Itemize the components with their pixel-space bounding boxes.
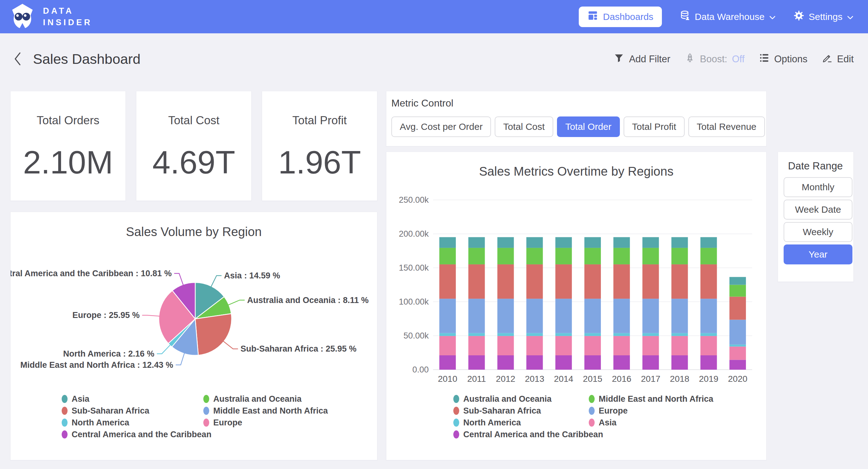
bar-segment[interactable] (701, 237, 717, 248)
bar-segment[interactable] (730, 277, 746, 285)
bar-segment[interactable] (439, 248, 456, 264)
bar-segment[interactable] (439, 336, 456, 355)
bar-segment[interactable] (497, 336, 514, 355)
edit-button[interactable]: Edit (822, 53, 854, 66)
legend-item[interactable]: Sub-Saharan Africa (453, 405, 589, 417)
bar-segment[interactable] (672, 333, 688, 336)
metric-button-total-cost[interactable]: Total Cost (495, 116, 553, 137)
bar-segment[interactable] (526, 264, 543, 299)
bar-segment[interactable] (672, 336, 688, 355)
bar-segment[interactable] (439, 355, 456, 370)
boost-toggle[interactable]: Boost: Off (685, 53, 745, 66)
bar-segment[interactable] (701, 355, 717, 370)
bar-segment[interactable] (555, 355, 572, 370)
bar-segment[interactable] (613, 336, 630, 355)
bar-segment[interactable] (468, 336, 485, 355)
bar-segment[interactable] (730, 347, 746, 360)
legend-item[interactable]: Australia and Oceania (453, 393, 589, 405)
bar-segment[interactable] (584, 333, 601, 336)
bar-segment[interactable] (613, 248, 630, 264)
bar-segment[interactable] (730, 360, 746, 370)
metric-button-total-revenue[interactable]: Total Revenue (688, 116, 765, 137)
bar-segment[interactable] (672, 299, 688, 333)
bar-segment[interactable] (526, 237, 543, 248)
bar-segment[interactable] (497, 299, 514, 333)
bar-segment[interactable] (613, 355, 630, 370)
bar-segment[interactable] (497, 333, 514, 336)
bar-segment[interactable] (642, 299, 659, 333)
back-button[interactable] (12, 51, 23, 67)
bar-segment[interactable] (672, 237, 688, 248)
bar-segment[interactable] (555, 299, 572, 333)
bar-segment[interactable] (701, 299, 717, 333)
bar-segment[interactable] (701, 333, 717, 336)
pie-slice[interactable] (195, 314, 231, 355)
legend-item[interactable]: Asia (589, 417, 713, 429)
legend-item[interactable]: North America (453, 417, 589, 429)
metric-button-avg-cost-per-order[interactable]: Avg. Cost per Order (391, 116, 491, 137)
bar-segment[interactable] (439, 333, 456, 336)
bar-segment[interactable] (439, 264, 456, 299)
legend-item[interactable]: Europe (589, 405, 713, 417)
legend-item[interactable]: Central America and the Caribbean (62, 429, 203, 440)
bar-segment[interactable] (497, 237, 514, 248)
bar-segment[interactable] (672, 264, 688, 299)
bar-segment[interactable] (555, 264, 572, 299)
bar-segment[interactable] (526, 299, 543, 333)
bar-segment[interactable] (730, 285, 746, 297)
add-filter-button[interactable]: Add Filter (614, 53, 670, 66)
bar-segment[interactable] (526, 248, 543, 264)
bar-segment[interactable] (642, 333, 659, 336)
bar-segment[interactable] (584, 336, 601, 355)
bar-segment[interactable] (497, 248, 514, 264)
bar-segment[interactable] (672, 355, 688, 370)
range-button-weekly[interactable]: Weekly (784, 222, 852, 242)
bar-segment[interactable] (468, 237, 485, 248)
brand-logo[interactable]: DATA INSIDER (0, 2, 92, 31)
bar-segment[interactable] (730, 345, 746, 347)
bar-segment[interactable] (468, 333, 485, 336)
bar-segment[interactable] (730, 297, 746, 320)
bar-segment[interactable] (468, 248, 485, 264)
bar-segment[interactable] (613, 237, 630, 248)
bar-segment[interactable] (526, 336, 543, 355)
bar-segment[interactable] (613, 299, 630, 333)
nav-item-dashboards[interactable]: Dashboards (579, 6, 662, 27)
legend-item[interactable]: Sub-Saharan Africa (62, 405, 203, 417)
bar-segment[interactable] (642, 248, 659, 264)
metric-button-total-order[interactable]: Total Order (557, 116, 620, 137)
bar-segment[interactable] (701, 248, 717, 264)
bar-segment[interactable] (701, 336, 717, 355)
bar-segment[interactable] (701, 264, 717, 299)
bar-segment[interactable] (642, 336, 659, 355)
legend-item[interactable]: Middle East and North Africa (203, 405, 328, 417)
range-button-week-date[interactable]: Week Date (784, 200, 852, 219)
legend-item[interactable]: North America (62, 417, 203, 429)
bar-segment[interactable] (584, 248, 601, 264)
bar-segment[interactable] (526, 355, 543, 370)
bar-segment[interactable] (584, 264, 601, 299)
legend-item[interactable]: Central America and the Caribbean (453, 429, 589, 440)
bar-segment[interactable] (497, 355, 514, 370)
bar-segment[interactable] (584, 237, 601, 248)
bar-segment[interactable] (526, 333, 543, 336)
bar-segment[interactable] (439, 299, 456, 333)
range-button-year[interactable]: Year (784, 244, 852, 264)
bar-segment[interactable] (468, 264, 485, 299)
bar-segment[interactable] (497, 264, 514, 299)
bar-segment[interactable] (439, 237, 456, 248)
bar-segment[interactable] (613, 333, 630, 336)
bar-segment[interactable] (642, 355, 659, 370)
bar-segment[interactable] (468, 299, 485, 333)
legend-item[interactable]: Europe (203, 417, 328, 429)
legend-item[interactable]: Asia (62, 393, 203, 405)
bar-segment[interactable] (584, 355, 601, 370)
nav-item-settings[interactable]: Settings (793, 10, 854, 23)
bar-segment[interactable] (613, 264, 630, 299)
bar-segment[interactable] (555, 336, 572, 355)
bar-segment[interactable] (642, 237, 659, 248)
legend-item[interactable]: Australia and Oceania (203, 393, 328, 405)
bar-segment[interactable] (730, 320, 746, 345)
range-button-monthly[interactable]: Monthly (784, 177, 852, 197)
bar-segment[interactable] (584, 299, 601, 333)
